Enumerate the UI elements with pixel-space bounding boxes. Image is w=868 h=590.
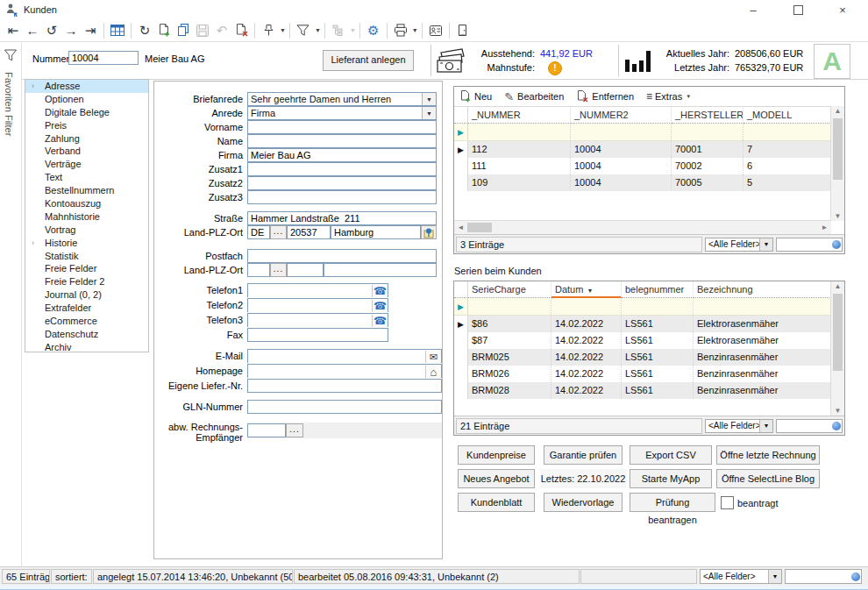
sidebar-item-preis[interactable]: Preis: [25, 119, 148, 132]
column-header[interactable]: Bezeichnung: [694, 281, 831, 298]
scroll-thumb[interactable]: [833, 294, 843, 371]
scroll-up-icon[interactable]: ▲: [831, 107, 844, 115]
telefon1-input[interactable]: [248, 284, 374, 298]
refresh-icon[interactable]: ↻: [135, 21, 154, 40]
sidebar-item-statistik[interactable]: Statistik: [25, 250, 148, 263]
delete-record-icon[interactable]: [231, 21, 251, 40]
favoriten-funnel-icon[interactable]: [4, 49, 18, 61]
table-row[interactable]: 109 10004 70005 5: [454, 174, 831, 191]
column-header[interactable]: _NUMMER2: [571, 107, 672, 124]
sidebar-item-verband[interactable]: Verband: [25, 145, 148, 158]
save-record-icon[interactable]: [193, 21, 212, 40]
telefon2-input[interactable]: [248, 299, 374, 313]
firma-input[interactable]: [247, 148, 437, 162]
table-row[interactable]: BRM025 14.02.2022 LS561 Benzinrasenmäher: [454, 349, 831, 366]
abw-rechnungs-lookup-button[interactable]: ...: [286, 423, 303, 437]
kundenpreise-button[interactable]: Kundenpreise: [458, 445, 535, 465]
column-header[interactable]: SerieCharge: [468, 281, 551, 298]
sidebar-item-zahlung[interactable]: Zahlung: [25, 132, 148, 146]
email-icon[interactable]: ✉: [425, 351, 441, 363]
filter-field-combo[interactable]: <Alle Felder>▼: [705, 419, 773, 433]
telefon3-input[interactable]: [248, 314, 374, 328]
minimize-button[interactable]: –: [738, 0, 768, 19]
name-input[interactable]: [247, 134, 437, 148]
zusatz1-input[interactable]: [247, 162, 437, 176]
plz2-input[interactable]: [287, 263, 324, 277]
nav-prev-icon[interactable]: ←: [23, 21, 42, 40]
table-row[interactable]: ▶ $86 14.02.2022 LS561 Elektrorasenmäher: [454, 316, 831, 332]
contact-card-icon[interactable]: [426, 21, 445, 40]
scroll-down-icon[interactable]: ▼: [831, 212, 844, 220]
email-field[interactable]: ✉: [247, 349, 442, 363]
telefon3-field[interactable]: ☎: [247, 313, 388, 327]
nav-history-icon[interactable]: ↺: [42, 21, 61, 40]
search-ball-icon[interactable]: [832, 422, 841, 430]
table-search-input[interactable]: [776, 238, 843, 252]
table-search-input[interactable]: [776, 419, 843, 433]
land2-input[interactable]: [247, 263, 270, 277]
sidebar-item-vortrag[interactable]: Vortrag: [25, 224, 148, 237]
postfach-input[interactable]: [247, 249, 437, 263]
pin-icon[interactable]: [259, 21, 278, 40]
vorname-input[interactable]: [247, 120, 437, 134]
sidebar-item-datenschutz[interactable]: Datenschutz: [25, 328, 148, 341]
bearbeiten-button[interactable]: ✎ Bearbeiten: [504, 90, 564, 103]
horizontal-scrollbar[interactable]: ◄ ►: [454, 220, 831, 234]
undo-icon[interactable]: ↶: [212, 21, 231, 40]
fax-input[interactable]: [247, 328, 388, 342]
sidebar-item-journal[interactable]: Journal (0, 2): [25, 288, 148, 302]
column-header[interactable]: _MODELL: [743, 107, 831, 124]
table-row[interactable]: $87 14.02.2022 LS561 Elektrorasenmäher: [454, 332, 831, 349]
close-button[interactable]: ×: [828, 0, 857, 19]
map-pin-icon[interactable]: [421, 225, 437, 239]
table-row[interactable]: 111 10004 70002 6: [454, 158, 831, 174]
tree-dropdown-caret[interactable]: ▼: [350, 27, 356, 33]
chevron-down-icon[interactable]: ▼: [759, 420, 772, 432]
sidebar-item-bestellnummern[interactable]: Bestellnummern: [25, 184, 148, 197]
scroll-thumb[interactable]: [833, 118, 843, 180]
strasse-input[interactable]: [247, 211, 437, 225]
land-input[interactable]: [247, 225, 270, 239]
oeffne-selectline-blog-button[interactable]: Öffne SelectLine Blog: [716, 469, 820, 488]
starte-myapp-button[interactable]: Starte MyApp: [630, 469, 712, 488]
print-dropdown-caret[interactable]: ▼: [412, 27, 418, 33]
status-search-input[interactable]: [785, 569, 862, 584]
phone-icon[interactable]: ☎: [372, 315, 388, 327]
sidebar-item-adresse[interactable]: ›Adresse: [25, 80, 148, 93]
column-header[interactable]: belegnummer: [622, 281, 694, 298]
extras-button[interactable]: ≡ Extras ▼: [646, 90, 691, 103]
sidebar-item-freie-felder-2[interactable]: Freie Felder 2: [25, 275, 148, 288]
filter-icon[interactable]: [294, 21, 313, 40]
sidebar-item-mahnhistorie[interactable]: Mahnhistorie: [25, 210, 148, 224]
vertical-scrollbar[interactable]: ▲ ▼: [830, 106, 844, 221]
scroll-up-icon[interactable]: ▲: [831, 282, 844, 290]
tree-icon[interactable]: [329, 21, 348, 40]
print-icon[interactable]: [391, 21, 410, 40]
entfernen-button[interactable]: Entfernen: [576, 90, 634, 103]
nav-next-icon[interactable]: →: [61, 21, 81, 40]
expander-icon[interactable]: ›: [32, 80, 34, 93]
land-lookup-button[interactable]: ...: [270, 225, 287, 239]
lieferant-anlegen-button[interactable]: Lieferant anlegen: [323, 50, 414, 71]
telefon2-field[interactable]: ☎: [247, 298, 388, 312]
filter-field-combo[interactable]: <Alle Felder>▼: [705, 238, 773, 252]
oeffne-letzte-rechnung-button[interactable]: Öffne letzte Rechnung: [716, 445, 820, 465]
scroll-left-icon[interactable]: ◄: [454, 224, 467, 231]
chevron-down-icon[interactable]: ▼: [422, 107, 436, 119]
table-row[interactable]: BRM028 14.02.2022 LS561 Benzinrasenmäher: [454, 382, 831, 399]
expander-icon[interactable]: ›: [32, 237, 34, 250]
scroll-thumb[interactable]: [467, 223, 492, 232]
pin-dropdown-caret[interactable]: ▼: [280, 27, 286, 33]
sidebar-item-vertraege[interactable]: Verträge: [25, 158, 148, 171]
homepage-input[interactable]: [248, 365, 427, 379]
email-input[interactable]: [248, 350, 427, 364]
favoriten-filter-label[interactable]: Favoriten Filter: [4, 72, 14, 136]
sidebar-item-digitale-belege[interactable]: Digitale Belege: [25, 106, 148, 119]
search-ball-icon[interactable]: [851, 572, 860, 581]
sidebar-item-archiv[interactable]: Archiv: [25, 341, 148, 352]
sidebar-item-optionen[interactable]: Optionen: [25, 93, 148, 106]
status-filter-combo[interactable]: <Alle Felder>▼: [700, 569, 782, 584]
new-record-icon[interactable]: [154, 21, 174, 40]
search-ball-icon[interactable]: [832, 240, 841, 249]
nav-last-icon[interactable]: ⇥: [81, 21, 100, 40]
